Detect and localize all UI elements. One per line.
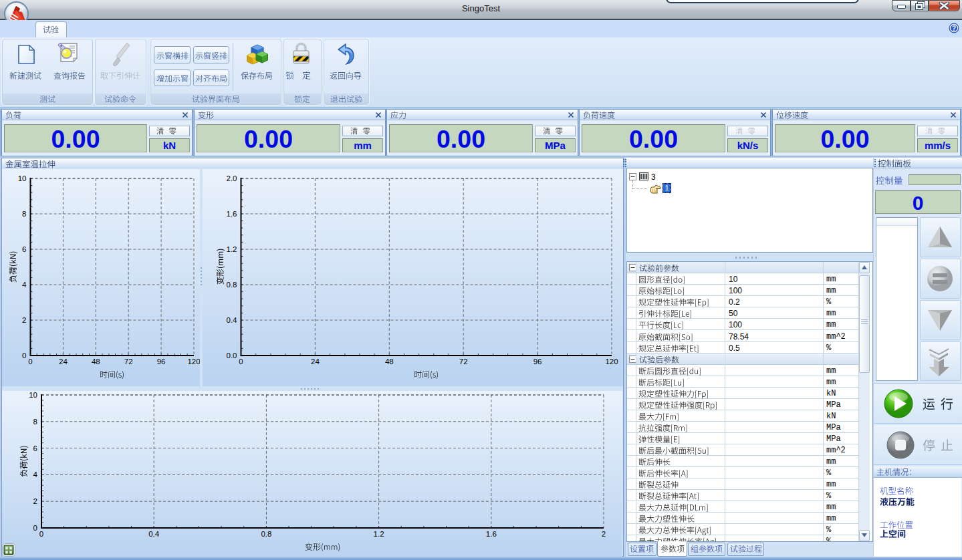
svg-text:8: 8	[33, 418, 37, 426]
svg-text:24: 24	[59, 358, 68, 366]
svg-text:120: 120	[605, 358, 618, 366]
svg-text:6: 6	[33, 444, 37, 452]
svg-text:4: 4	[33, 470, 38, 478]
svg-text:0: 0	[239, 358, 243, 366]
svg-text:10: 10	[18, 174, 27, 182]
svg-text:0.0: 0.0	[227, 352, 237, 360]
svg-text:48: 48	[385, 358, 394, 366]
svg-text:2: 2	[33, 497, 37, 505]
svg-text:0.8: 0.8	[261, 530, 271, 538]
svg-text:0: 0	[22, 352, 26, 360]
svg-text:1.2: 1.2	[374, 530, 384, 538]
svg-text:?: ?	[952, 25, 956, 32]
svg-text:24: 24	[311, 358, 320, 366]
svg-text:0: 0	[39, 530, 43, 538]
svg-text:0.4: 0.4	[227, 316, 238, 324]
svg-text:96: 96	[157, 358, 166, 366]
svg-text:1.6: 1.6	[486, 530, 497, 538]
svg-text:96: 96	[533, 358, 542, 366]
svg-text:2: 2	[602, 530, 606, 538]
svg-text:2: 2	[22, 316, 26, 324]
svg-text:0: 0	[28, 358, 32, 366]
svg-text:72: 72	[124, 358, 133, 366]
svg-text:48: 48	[92, 358, 100, 366]
svg-text:1.6: 1.6	[227, 210, 237, 218]
svg-text:0: 0	[33, 524, 37, 532]
svg-text:0.4: 0.4	[148, 530, 160, 538]
svg-text:4: 4	[22, 281, 27, 289]
svg-text:10: 10	[29, 391, 37, 399]
svg-text:8: 8	[22, 210, 26, 218]
svg-text:6: 6	[22, 245, 26, 253]
svg-text:72: 72	[459, 358, 468, 366]
svg-text:2.0: 2.0	[227, 174, 237, 182]
svg-text:120: 120	[187, 358, 200, 366]
svg-text:1.2: 1.2	[227, 245, 237, 253]
svg-text:0.8: 0.8	[227, 281, 237, 289]
